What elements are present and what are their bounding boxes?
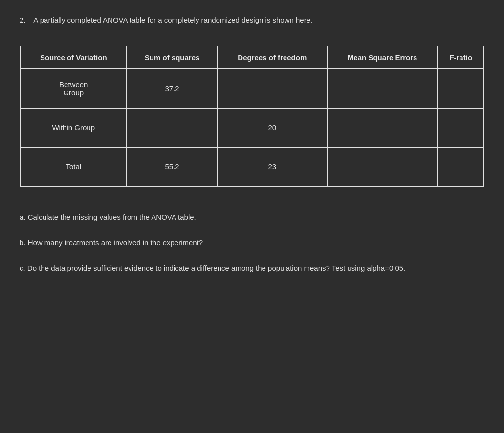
row3-sum-squares: 55.2 bbox=[127, 147, 217, 186]
row2-mean-square bbox=[327, 108, 438, 147]
header-source: Source of Variation bbox=[20, 46, 127, 69]
row3-source: Total bbox=[20, 147, 127, 186]
row2-sum-squares bbox=[127, 108, 217, 147]
question-number: 2. bbox=[20, 16, 26, 24]
row1-f-ratio bbox=[438, 69, 484, 108]
row1-degrees bbox=[218, 69, 327, 108]
row3-mean-square bbox=[327, 147, 438, 186]
row1-mean-square bbox=[327, 69, 438, 108]
header-sum-squares: Sum of squares bbox=[127, 46, 217, 69]
row3-degrees: 23 bbox=[218, 147, 327, 186]
row1-sum-squares: 37.2 bbox=[127, 69, 217, 108]
row2-degrees: 20 bbox=[218, 108, 327, 147]
sub-question-b: b. How many treatments are involved in t… bbox=[20, 237, 484, 249]
questions-section: a. Calculate the missing values from the… bbox=[20, 211, 484, 274]
table-header-row: Source of Variation Sum of squares Degre… bbox=[20, 46, 484, 69]
question-text: A partially completed ANOVA table for a … bbox=[33, 16, 312, 24]
anova-table: Source of Variation Sum of squares Degre… bbox=[20, 46, 484, 187]
row1-source: BetweenGroup bbox=[20, 69, 127, 108]
row2-source: Within Group bbox=[20, 108, 127, 147]
question-header: 2. A partially completed ANOVA table for… bbox=[20, 15, 484, 26]
row3-f-ratio bbox=[438, 147, 484, 186]
row2-f-ratio bbox=[438, 108, 484, 147]
header-f-ratio: F-ratio bbox=[438, 46, 484, 69]
table-row: Within Group 20 bbox=[20, 108, 484, 147]
table-row: Total 55.2 23 bbox=[20, 147, 484, 186]
header-degrees: Degrees of freedom bbox=[218, 46, 327, 69]
header-mean-square: Mean Square Errors bbox=[327, 46, 438, 69]
sub-question-c: c. Do the data provide sufficient eviden… bbox=[20, 262, 484, 274]
sub-question-a: a. Calculate the missing values from the… bbox=[20, 211, 484, 223]
table-row: BetweenGroup 37.2 bbox=[20, 69, 484, 108]
